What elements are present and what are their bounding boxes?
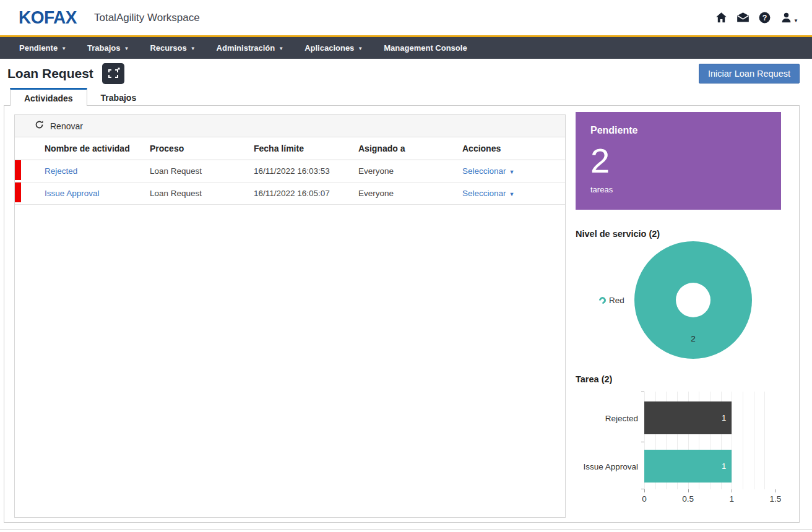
assigned-cell: Everyone: [358, 189, 462, 198]
tab-actividades[interactable]: Actividades: [10, 88, 87, 106]
footer-divider: [0, 530, 812, 530]
priority-indicator: [15, 160, 21, 180]
nav-item-pendiente[interactable]: Pendiente ▼: [9, 37, 77, 59]
chevron-down-icon: ▼: [279, 46, 283, 51]
iniciar-loan-request-button[interactable]: Iniciar Loan Request: [699, 64, 800, 84]
help-icon[interactable]: ?: [758, 11, 771, 25]
nav-item-label: Administración: [217, 43, 275, 53]
axis-tick: [688, 489, 689, 492]
activity-link[interactable]: Issue Approval: [45, 189, 100, 198]
x-tick-label: 0: [642, 494, 647, 504]
pendiente-summary-card[interactable]: Pendiente 2 tareas: [576, 112, 781, 210]
tab-trabajos[interactable]: Trabajos: [87, 88, 150, 107]
column-header-name: Nombre de actividad: [45, 144, 150, 153]
bar-chart-title: Tarea (2): [576, 374, 612, 384]
page: KOFAX TotalAgility Workspace ? ▼ Pendien…: [0, 0, 812, 532]
column-header-due: Fecha límite: [254, 144, 358, 153]
column-header-assigned: Asignado a: [358, 144, 462, 153]
refresh-label: Renovar: [50, 121, 83, 131]
kofax-logo: KOFAX: [19, 7, 77, 28]
nav-item-label: Trabajos: [87, 43, 120, 53]
nav-item-administracion[interactable]: Administración ▼: [206, 37, 295, 59]
summary-card-count: 2: [590, 144, 766, 178]
nav-item-label: Management Console: [384, 43, 467, 53]
axis-tick: [732, 489, 732, 492]
axis-tick: [775, 489, 776, 492]
axis-tick: [641, 442, 644, 442]
chevron-down-icon: ▼: [124, 46, 129, 51]
expand-window-icon[interactable]: [102, 63, 124, 84]
bar-value-label: 1: [722, 413, 726, 423]
x-axis-tick-labels: 0 0.5 1 1.5: [644, 494, 775, 505]
table-row: Rejected Loan Request 16/11/2022 16:03:5…: [15, 160, 565, 182]
home-icon[interactable]: [714, 11, 728, 25]
bar-category-label: Rejected: [605, 414, 638, 423]
chevron-down-icon: ▼: [191, 46, 196, 51]
column-header-actions: Acciones: [462, 144, 565, 153]
user-icon: [779, 11, 793, 25]
due-date-cell: 16/11/2022 16:03:53: [254, 166, 358, 176]
bar-rejected[interactable]: 1: [644, 401, 732, 434]
legend-label: Red: [609, 296, 624, 305]
axis-tick: [641, 392, 644, 392]
page-title: Loan Request: [7, 66, 93, 81]
chevron-down-icon: ▼: [793, 18, 798, 24]
nav-item-aplicaciones[interactable]: Aplicaciones ▼: [294, 37, 373, 59]
seleccionar-dropdown[interactable]: Seleccionar▼: [462, 166, 514, 176]
bar-category-label: Issue Approval: [583, 462, 638, 471]
nav-item-label: Pendiente: [19, 43, 58, 53]
nav-item-management-console[interactable]: Management Console: [373, 37, 477, 59]
refresh-button[interactable]: Renovar: [15, 115, 565, 137]
legend-ring-icon: [598, 296, 608, 306]
chevron-down-icon: ▼: [509, 191, 515, 197]
nav-item-label: Aplicaciones: [304, 43, 354, 53]
bar-chart: Rejected Issue Approval 1 1 0 0.5: [576, 392, 781, 506]
main-nav: Pendiente ▼ Trabajos ▼ Recursos ▼ Admini…: [0, 37, 812, 59]
tab-content: Renovar Nombre de actividad Proceso Fech…: [4, 105, 800, 523]
app-title: TotalAgility Workspace: [94, 12, 200, 24]
axis-tick: [644, 489, 645, 492]
process-cell: Loan Request: [150, 166, 254, 176]
nav-item-trabajos[interactable]: Trabajos ▼: [77, 37, 139, 59]
svg-text:?: ?: [762, 14, 767, 22]
seleccionar-dropdown[interactable]: Seleccionar▼: [462, 189, 514, 198]
bar-issue-approval[interactable]: 1: [644, 450, 732, 483]
chevron-down-icon: ▼: [61, 46, 66, 51]
bar-value-label: 1: [722, 461, 726, 471]
priority-indicator: [15, 182, 21, 202]
chevron-down-icon: ▼: [358, 46, 363, 51]
donut-value-label: 2: [634, 334, 752, 343]
bar-category-labels: Rejected Issue Approval: [576, 392, 638, 489]
chevron-down-icon: ▼: [509, 169, 515, 175]
stats-sidebar: Pendiente 2 tareas Nivel de servicio (2)…: [576, 112, 781, 502]
donut-ring[interactable]: 2: [634, 241, 752, 359]
top-header: KOFAX TotalAgility Workspace ? ▼: [0, 0, 812, 35]
donut-chart-title: Nivel de servicio (2): [576, 229, 660, 239]
seleccionar-label: Seleccionar: [462, 189, 506, 198]
activities-panel: Renovar Nombre de actividad Proceso Fech…: [14, 114, 566, 518]
activity-link[interactable]: Rejected: [45, 166, 77, 176]
nav-item-recursos[interactable]: Recursos ▼: [139, 37, 205, 59]
summary-card-unit: tareas: [590, 185, 766, 194]
x-tick-label: 1: [730, 494, 735, 504]
refresh-icon: [35, 120, 44, 132]
seleccionar-label: Seleccionar: [462, 166, 506, 176]
donut-legend: Red: [599, 296, 624, 305]
nav-item-label: Recursos: [150, 43, 186, 53]
user-menu[interactable]: ▼: [779, 11, 798, 25]
table-header-row: Nombre de actividad Proceso Fecha límite…: [15, 137, 565, 160]
bar-plot-area: 1 1: [644, 392, 775, 489]
table-row: Issue Approval Loan Request 16/11/2022 1…: [15, 182, 565, 205]
header-icon-group: ? ▼: [714, 11, 798, 25]
process-cell: Loan Request: [150, 189, 254, 198]
page-head: Loan Request Iniciar Loan Request: [0, 59, 812, 88]
x-tick-label: 1.5: [770, 494, 782, 504]
x-tick-label: 0.5: [682, 494, 694, 504]
donut-hole: [676, 283, 710, 317]
tabstrip: Actividades Trabajos: [10, 88, 150, 107]
column-header-process: Proceso: [150, 144, 254, 153]
due-date-cell: 16/11/2022 16:05:07: [254, 189, 358, 198]
summary-card-title: Pendiente: [590, 125, 766, 136]
mail-icon[interactable]: [736, 11, 749, 25]
assigned-cell: Everyone: [358, 166, 462, 176]
